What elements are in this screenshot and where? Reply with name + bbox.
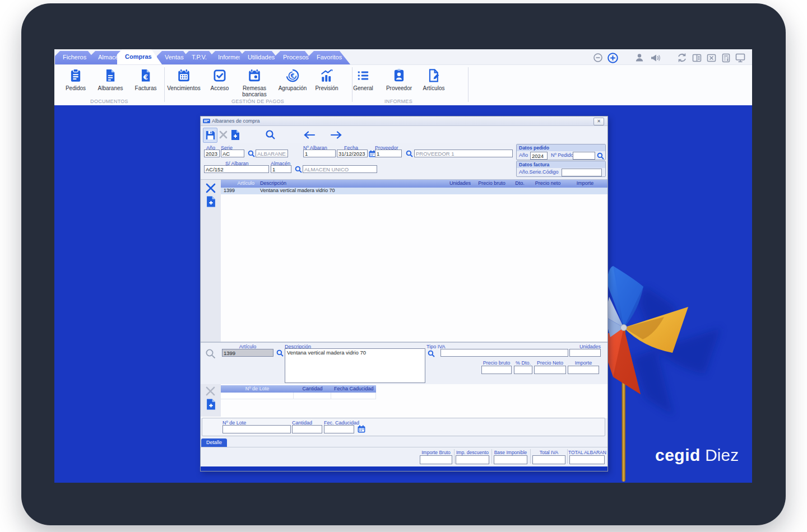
arrow-right-icon[interactable] (330, 128, 343, 142)
ribbon-item-pedidos[interactable]: Pedidos (57, 68, 94, 91)
serie-search-icon[interactable] (248, 150, 256, 157)
ribbon-item-vencimientos[interactable]: Vencimientos (165, 68, 202, 91)
num-pedido-field[interactable] (573, 152, 595, 160)
ribbon-item-agrupacion[interactable]: € Agrupación (274, 68, 311, 91)
help-book-icon[interactable] (690, 52, 703, 64)
detail-precio-bruto-field[interactable] (481, 366, 512, 374)
almacen-search-icon[interactable] (295, 165, 303, 173)
detail-precio-bruto-label: Precio bruto (481, 360, 512, 366)
col-descripcion[interactable]: Descripción (257, 180, 446, 188)
calendar-remittance-icon (236, 68, 273, 84)
s-albaran-field[interactable] (204, 165, 269, 173)
ribbon-item-albaranes[interactable]: Albaranes (92, 68, 129, 91)
fecha-field[interactable] (337, 150, 368, 157)
detail-precio-neto-field[interactable] (534, 366, 566, 374)
calculator-icon[interactable] (720, 52, 732, 64)
ribbon-item-acceso[interactable]: Acceso (201, 68, 238, 91)
total-iva-field[interactable] (532, 455, 565, 464)
close-box-icon[interactable] (705, 52, 717, 64)
cantidad-field[interactable] (292, 425, 322, 433)
add-lote-icon[interactable] (206, 398, 216, 410)
pedido-ano-field[interactable] (530, 152, 548, 160)
col-num-lote[interactable]: Nº de Lote (221, 385, 294, 393)
euro-group-icon: € (274, 68, 311, 84)
announcement-icon[interactable] (649, 52, 661, 64)
monitor-icon[interactable] (734, 52, 746, 64)
minimize-circle-icon[interactable] (592, 52, 604, 64)
ribbon-icon-row: Pedidos Albaranes € Facturas DOCUMENTOS … (54, 64, 752, 106)
ribbon-item-label: Proveedor (381, 85, 418, 91)
user-icon[interactable] (633, 52, 646, 64)
ribbon-item-general[interactable]: General (345, 68, 382, 91)
delete-line-icon[interactable] (205, 183, 216, 194)
detail-descripcion-field[interactable]: Ventana vertical madera vidrio 70 (285, 348, 425, 383)
window-title-icon (203, 118, 210, 124)
serie-field[interactable] (221, 150, 244, 157)
imp-descuento-field[interactable] (456, 455, 489, 464)
tab-detalle[interactable]: Detalle (201, 438, 227, 447)
ribbon-item-label: Albaranes (92, 85, 129, 91)
new-document-icon[interactable] (229, 128, 242, 142)
lote-field[interactable] (222, 425, 291, 433)
fec-caducidad-field[interactable] (324, 425, 354, 433)
caducidad-calendar-icon[interactable] (358, 425, 365, 433)
col-precio-bruto[interactable]: Precio bruto (474, 180, 509, 188)
col-dto[interactable]: Dto. (509, 180, 530, 188)
almacen-code-field[interactable] (271, 165, 291, 173)
ano-field[interactable] (204, 150, 220, 157)
search-icon[interactable] (263, 128, 277, 142)
datos-pedido-box: Datos pedido Año Nº Pedido (516, 144, 606, 160)
col-articulo[interactable]: Artículo (221, 180, 257, 188)
detail-importe-field[interactable] (568, 366, 599, 374)
ribbon-item-facturas[interactable]: € Facturas (127, 68, 164, 91)
sync-icon[interactable] (676, 52, 688, 64)
cell-dto (509, 188, 530, 194)
delete-lote-icon[interactable] (205, 386, 216, 396)
proveedor-name-field (414, 150, 513, 157)
tipo-iva-search-icon[interactable] (428, 349, 435, 357)
ribbon-item-prevision[interactable]: Previsión (308, 68, 345, 91)
tab-compras[interactable]: Compras (117, 49, 162, 64)
ribbon-item-remesas[interactable]: Remesas bancarias (236, 68, 273, 97)
arrow-left-icon[interactable] (303, 128, 316, 142)
table-row[interactable]: 1399 Ventana vertical madera vidrio 70 (221, 188, 607, 194)
importe-bruto-field[interactable] (420, 455, 452, 464)
ribbon-item-proveedor[interactable]: Proveedor (381, 68, 418, 91)
detail-search-icon (205, 348, 216, 360)
window-titlebar[interactable]: Albaranes de compra ✕ (201, 116, 607, 126)
col-unidades[interactable]: Unidades (446, 180, 474, 188)
totals-row: Importe Bruto Imp. descuento Base Imponi… (201, 447, 607, 467)
proveedor-search-icon[interactable] (406, 150, 414, 157)
add-line-icon[interactable] (206, 195, 216, 208)
forecast-chart-icon (308, 68, 345, 84)
col-cantidad[interactable]: Cantidad (294, 385, 331, 393)
save-icon[interactable] (203, 128, 217, 143)
ribbon-separator (468, 67, 469, 102)
ano-serie-codigo-field[interactable] (562, 169, 602, 176)
ribbon-item-label: Artículos (415, 85, 452, 91)
proveedor-code-field[interactable] (375, 150, 402, 157)
window-close-button[interactable]: ✕ (593, 118, 604, 125)
detail-articulo-search-icon[interactable] (276, 349, 284, 357)
lines-table-gutter (201, 180, 221, 342)
ribbon-item-articulos[interactable]: Artículos (415, 68, 452, 91)
num-albaran-field[interactable] (303, 150, 336, 157)
pedido-search-icon[interactable] (597, 152, 605, 160)
col-fecha-caducidad[interactable]: Fecha Caducidad (331, 385, 376, 393)
tab-favoritos[interactable]: Favoritos (309, 51, 350, 64)
header-form: Año Serie Nº Albaran Fecha Proveedor (201, 143, 607, 179)
delete-icon[interactable] (216, 128, 230, 142)
detail-pct-dto-field[interactable] (514, 366, 532, 374)
screen: Ficheros Almacén Compras Ventas T.P.V. I… (54, 49, 752, 483)
cegid-diez-logo: cegid Diez (655, 446, 739, 465)
lotes-empty-row[interactable] (221, 393, 376, 399)
base-imponible-field[interactable] (494, 455, 527, 464)
col-precio-neto[interactable]: Precio neto (530, 180, 565, 188)
total-albaran-field[interactable] (569, 455, 605, 464)
detail-articulo-field[interactable] (222, 349, 273, 357)
tipo-iva-field[interactable] (440, 349, 568, 357)
total-albaran-label: TOTAL ALBARAN (568, 450, 605, 455)
zoom-plus-circle-icon[interactable] (606, 52, 619, 64)
detail-unidades-field[interactable] (569, 349, 601, 357)
col-importe[interactable]: Importe (565, 180, 605, 188)
